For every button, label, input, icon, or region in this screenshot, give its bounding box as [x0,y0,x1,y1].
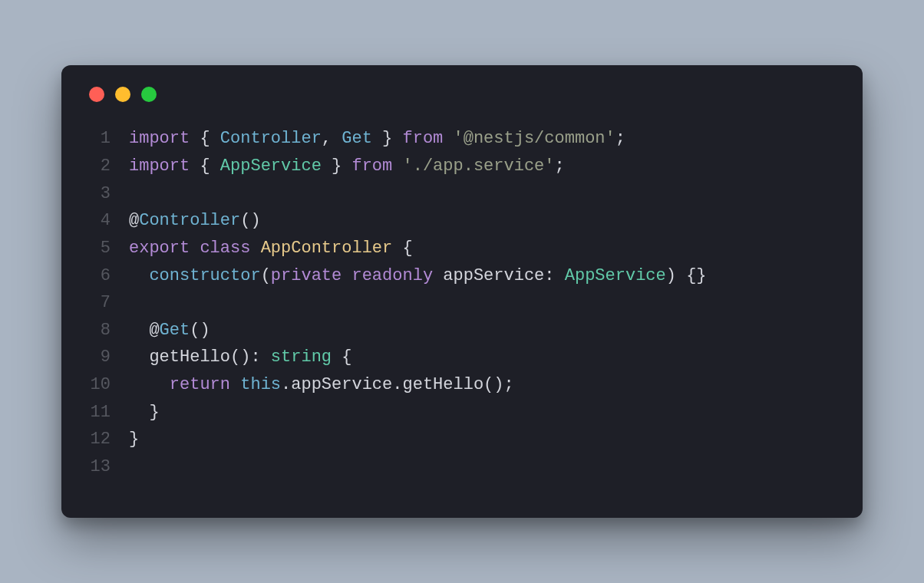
code-line: 1import { Controller, Get } from '@nestj… [87,125,837,153]
code-line-content: @Get() [129,317,210,344]
line-number: 4 [87,207,129,235]
code-token: { [392,239,412,258]
code-line: 9 getHello(): string { [87,344,837,371]
code-window: 1import { Controller, Get } from '@nestj… [61,65,863,517]
code-token: getHello [402,375,483,394]
code-line-content: @Controller() [129,207,261,235]
code-token: { [200,156,219,176]
code-token: from [351,156,402,176]
line-number: 9 [87,344,129,371]
code-line: 7 [87,289,837,317]
code-line-content: return this.appService.getHello(); [129,371,514,399]
code-token: Controller [220,129,322,148]
code-token: . [392,375,402,394]
code-token: import [129,129,200,148]
code-token: from [402,129,453,148]
code-token: AppService [565,266,666,285]
code-token: ; [615,129,625,148]
code-line-content [129,453,139,481]
line-number: 5 [87,235,129,262]
code-line: 6 constructor(private readonly appServic… [87,262,837,290]
line-number: 7 [87,289,129,317]
code-token: constructor [149,266,260,285]
code-line: 8 @Get() [87,317,837,344]
code-token [129,266,149,285]
code-line-content: export class AppController { [129,235,413,262]
code-line: 3 [87,180,837,208]
code-token: () [240,211,260,230]
code-token: appService [291,375,392,394]
code-token: @ [129,211,139,230]
code-line-content: import { Controller, Get } from '@nestjs… [129,125,625,153]
code-line-content: getHello(): string { [129,344,351,371]
code-line-content: } [129,399,160,427]
code-token: { [332,347,351,367]
code-token: import [129,156,200,176]
code-token: '@nestjs/common' [454,129,615,148]
code-line: 5export class AppController { [87,235,837,262]
code-token: { [200,129,219,148]
code-token: } [322,156,352,176]
code-token: getHello [149,347,230,367]
close-icon[interactable] [89,87,104,102]
code-token: export [129,239,200,258]
code-token: Get [342,129,372,148]
code-token: ( [261,266,271,285]
code-line-content [129,289,139,317]
code-token: AppController [261,239,393,258]
code-token: Controller [139,211,240,230]
code-token: . [281,375,291,394]
code-token: readonly [351,266,443,285]
code-token: return [170,375,240,394]
code-token: Get [160,321,190,340]
code-line-content: } [129,426,139,453]
code-token: './app.service' [402,156,554,176]
code-line: 12} [87,426,837,453]
traffic-lights [87,87,837,102]
code-line: 4@Controller() [87,207,837,235]
code-token [129,375,170,394]
code-line: 2import { AppService } from './app.servi… [87,153,837,180]
code-token: } [129,403,160,422]
code-token: : [544,266,564,285]
code-token: } [129,430,139,449]
code-token: private [271,266,352,285]
maximize-icon[interactable] [141,87,157,102]
line-number: 1 [87,125,129,153]
code-token: () [190,321,210,340]
code-token: (): [230,347,271,367]
line-number: 3 [87,180,129,208]
code-line-content: import { AppService } from './app.servic… [129,153,565,180]
code-token: @ [129,321,160,340]
code-line: 11 } [87,399,837,427]
code-line: 10 return this.appService.getHello(); [87,371,837,399]
code-token [129,347,149,367]
minimize-icon[interactable] [115,87,130,102]
line-number: 2 [87,153,129,180]
code-token: class [200,239,260,258]
code-token: ; [555,156,565,176]
line-number: 12 [87,426,129,453]
code-token: appService [443,266,544,285]
line-number: 13 [87,453,129,481]
line-number: 10 [87,371,129,399]
code-token: } [372,129,403,148]
code-line-content: constructor(private readonly appService:… [129,262,707,290]
code-line: 13 [87,453,837,481]
code-editor[interactable]: 1import { Controller, Get } from '@nestj… [87,125,837,480]
line-number: 11 [87,399,129,427]
code-token: this [240,375,281,394]
code-token: ) {} [666,266,707,285]
line-number: 6 [87,262,129,290]
code-token: AppService [220,156,322,176]
code-token: string [271,347,332,367]
code-line-content [129,180,139,208]
code-token: (); [483,375,514,394]
line-number: 8 [87,317,129,344]
code-token: , [322,129,342,148]
